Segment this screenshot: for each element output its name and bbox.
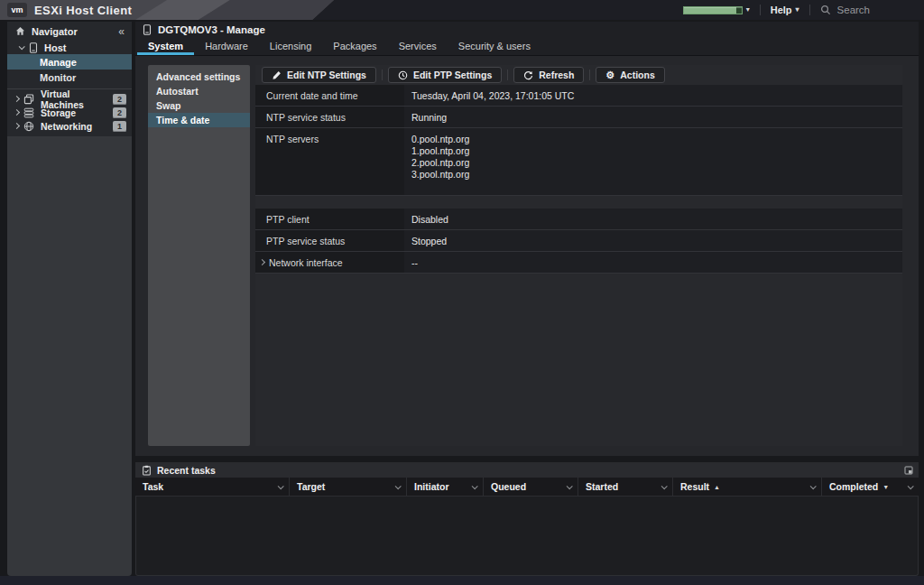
recent-tasks-header: Recent tasks xyxy=(135,462,919,478)
chevron-down-icon[interactable] xyxy=(19,43,25,50)
column-label: Target xyxy=(297,481,325,492)
tasks-column-headers: Task Target Initiator Queued Started Res… xyxy=(135,478,919,497)
virtual-machines-icon xyxy=(23,94,34,105)
count-badge: 2 xyxy=(113,94,126,105)
clipboard-icon xyxy=(142,465,152,476)
sort-asc-icon: ▲ xyxy=(714,484,720,490)
toolbar-divider xyxy=(589,70,590,80)
column-label: Task xyxy=(143,481,163,492)
recent-tasks-panel: Recent tasks Task Target Initiator Queue… xyxy=(135,462,919,576)
section-spacer xyxy=(255,196,902,209)
count-badge: 1 xyxy=(113,121,126,132)
edit-ptp-settings-button[interactable]: Edit PTP Settings xyxy=(388,67,502,83)
ntp-server: 0.pool.ntp.org xyxy=(411,134,895,145)
column-header-queued[interactable]: Queued xyxy=(483,478,578,496)
button-label: Edit PTP Settings xyxy=(413,70,492,80)
column-dropdown-icon[interactable] xyxy=(278,483,284,489)
column-header-initiator[interactable]: Initiator xyxy=(406,478,483,496)
row-label-text: Network interface xyxy=(269,257,343,268)
help-menu[interactable]: Help ▾ xyxy=(771,5,799,15)
sidebar-item-manage[interactable]: Manage xyxy=(7,54,132,70)
sidebar-item-storage[interactable]: Storage 2 xyxy=(7,106,132,119)
submenu-time-date[interactable]: Time & date xyxy=(148,113,250,127)
column-dropdown-icon[interactable] xyxy=(472,483,478,489)
navigator-tree: Navigator « Host Manage Monitor Virtual … xyxy=(7,22,132,136)
chevron-right-icon[interactable] xyxy=(14,109,20,116)
collapse-panel-icon[interactable]: « xyxy=(118,26,125,37)
column-header-started[interactable]: Started xyxy=(578,478,672,496)
row-label: Network interface xyxy=(255,252,404,273)
column-header-task[interactable]: Task xyxy=(135,478,289,496)
expand-chevron-icon[interactable] xyxy=(259,259,265,265)
bottom-status-strip xyxy=(0,576,924,585)
row-value: Running xyxy=(404,107,902,127)
row-value: Disabled xyxy=(404,209,902,229)
sidebar-item-monitor[interactable]: Monitor xyxy=(7,70,132,85)
ntp-server: 2.pool.ntp.org xyxy=(411,157,895,169)
column-header-result[interactable]: Result ▲ xyxy=(672,478,821,496)
column-dropdown-icon[interactable] xyxy=(395,483,402,489)
column-header-completed[interactable]: Completed ▼ xyxy=(821,478,919,496)
sidebar-item-networking[interactable]: Networking 1 xyxy=(7,119,132,133)
column-dropdown-icon[interactable] xyxy=(810,483,817,489)
tab-hardware[interactable]: Hardware xyxy=(194,41,259,55)
column-dropdown-icon[interactable] xyxy=(908,483,914,489)
host-icon xyxy=(29,42,38,53)
submenu-autostart[interactable]: Autostart xyxy=(148,84,250,98)
tab-security-users[interactable]: Security & users xyxy=(448,41,541,55)
titlebar: vm ESXi Host Client ▾ Help ▾ Search xyxy=(0,0,924,20)
column-label: Completed xyxy=(829,481,878,492)
table-row: Current date and time Tuesday, April 04,… xyxy=(255,85,902,107)
chevron-right-icon[interactable] xyxy=(14,96,20,102)
row-label: NTP service status xyxy=(255,107,404,127)
tab-system[interactable]: System xyxy=(137,41,194,55)
column-label: Started xyxy=(586,481,618,492)
meter-caret-icon[interactable]: ▾ xyxy=(746,6,750,14)
row-label: PTP service status xyxy=(255,230,404,251)
refresh-button[interactable]: Refresh xyxy=(513,67,584,83)
content-header: DGTQMOV3 - Manage xyxy=(135,22,919,38)
row-value: Stopped xyxy=(404,230,902,251)
clock-icon xyxy=(398,70,408,80)
submenu-advanced-settings[interactable]: Advanced settings xyxy=(148,70,250,84)
edit-ntp-settings-button[interactable]: Edit NTP Settings xyxy=(262,67,376,83)
toolbar-divider xyxy=(507,70,508,80)
refresh-icon xyxy=(523,70,533,80)
host-resource-meter[interactable] xyxy=(683,6,743,14)
titlebar-divider xyxy=(809,5,810,15)
help-caret-icon: ▾ xyxy=(796,6,799,14)
search-box[interactable]: Search xyxy=(820,5,870,15)
tab-services[interactable]: Services xyxy=(388,41,448,55)
sidebar-item-host[interactable]: Host xyxy=(7,41,132,54)
app-title: ESXi Host Client xyxy=(34,4,132,17)
popout-icon[interactable] xyxy=(904,466,913,475)
titlebar-controls: ▾ Help ▾ Search xyxy=(683,0,924,20)
row-label: NTP servers xyxy=(255,128,404,195)
toolbar: Edit NTP Settings Edit PTP Settings Refr… xyxy=(255,65,902,85)
time-date-panel: Edit NTP Settings Edit PTP Settings Refr… xyxy=(255,65,902,446)
ntp-server: 1.pool.ntp.org xyxy=(411,145,895,157)
tab-packages[interactable]: Packages xyxy=(322,41,387,55)
main-panel: DGTQMOV3 - Manage System Hardware Licens… xyxy=(135,22,919,456)
tab-licensing[interactable]: Licensing xyxy=(259,41,322,55)
filter-down-icon: ▼ xyxy=(882,484,889,490)
chevron-right-icon[interactable] xyxy=(14,123,20,129)
column-dropdown-icon[interactable] xyxy=(661,483,668,489)
system-submenu: Advanced settings Autostart Swap Time & … xyxy=(148,65,250,446)
button-label: Actions xyxy=(620,70,655,80)
search-icon xyxy=(820,5,831,15)
system-content: Advanced settings Autostart Swap Time & … xyxy=(135,56,919,456)
row-value: Tuesday, April 04, 2023, 17:01:05 UTC xyxy=(404,85,902,106)
sidebar-item-virtual-machines[interactable]: Virtual Machines 2 xyxy=(7,92,132,106)
column-dropdown-icon[interactable] xyxy=(567,483,573,489)
table-row: Network interface -- xyxy=(255,252,902,274)
table-row: NTP servers 0.pool.ntp.org 1.pool.ntp.or… xyxy=(255,128,902,196)
actions-button[interactable]: ⚙ Actions xyxy=(596,67,664,83)
column-header-target[interactable]: Target xyxy=(289,478,406,496)
column-label: Result xyxy=(680,481,709,492)
count-badge: 2 xyxy=(113,107,126,118)
submenu-swap[interactable]: Swap xyxy=(148,98,250,113)
table-row: PTP client Disabled xyxy=(255,209,902,230)
table-row: PTP service status Stopped xyxy=(255,230,902,252)
navigator-title: Navigator xyxy=(32,26,118,37)
